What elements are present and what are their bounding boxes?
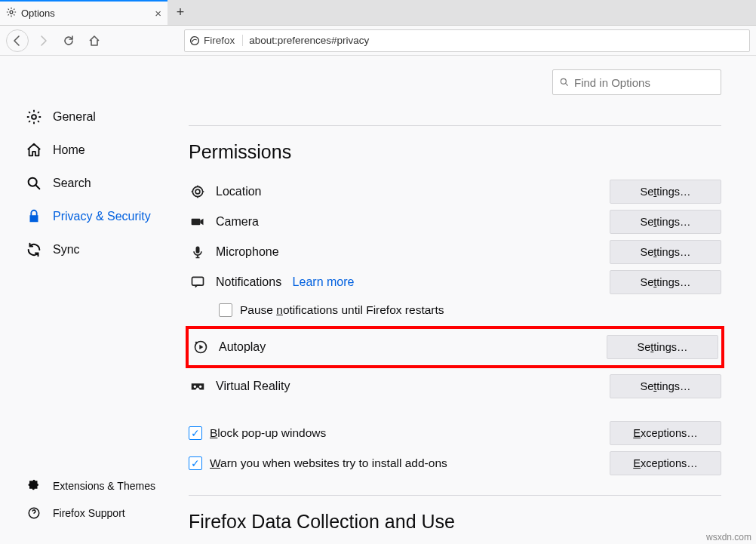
- sidebar-item-home[interactable]: Home: [24, 134, 172, 166]
- svg-point-5: [561, 78, 566, 84]
- permission-row-vr: Virtual Reality Settings…: [189, 371, 721, 401]
- permission-row-camera: Camera Settings…: [189, 207, 721, 237]
- notifications-learn-more-link[interactable]: Learn more: [293, 275, 355, 288]
- sync-icon: [24, 241, 44, 258]
- sidebar-item-label: General: [53, 110, 96, 124]
- home-button-toolbar[interactable]: [83, 29, 106, 52]
- permission-row-notifications: Notifications Learn more Settings…: [189, 267, 721, 297]
- sidebar-item-support[interactable]: Firefox Support: [24, 500, 172, 526]
- lock-icon: [24, 208, 44, 225]
- preferences-page: General Home Search Privacy & Security S…: [0, 56, 756, 544]
- divider: [189, 495, 721, 496]
- new-tab-button[interactable]: +: [167, 0, 193, 25]
- notifications-icon: [189, 275, 207, 290]
- pause-notifications-checkbox[interactable]: [219, 303, 232, 317]
- puzzle-icon: [24, 479, 44, 493]
- location-icon: [189, 184, 207, 199]
- svg-rect-8: [192, 219, 201, 225]
- nav-toolbar: Firefox about:preferences#privacy: [0, 26, 756, 56]
- sidebar-item-label: Firefox Support: [53, 507, 125, 519]
- camera-icon: [189, 214, 207, 229]
- tab-close-button[interactable]: ×: [155, 7, 161, 20]
- sidebar-item-general[interactable]: General: [24, 101, 172, 133]
- home-icon: [24, 142, 44, 158]
- svg-point-2: [32, 115, 36, 119]
- svg-point-1: [191, 36, 199, 45]
- gear-icon: [24, 109, 44, 125]
- find-placeholder: Find in Options: [574, 76, 650, 89]
- content-area: Find in Options Permissions Location Set…: [181, 56, 756, 544]
- autoplay-settings-button[interactable]: Settings…: [607, 335, 718, 359]
- block-popups-row: Block pop-up windows Exceptions…: [189, 418, 721, 448]
- permissions-heading: Permissions: [189, 141, 721, 163]
- permission-label: Microphone: [216, 245, 601, 259]
- notifications-settings-button[interactable]: Settings…: [610, 270, 721, 294]
- pause-notifications-row: Pause notifications until Firefox restar…: [219, 297, 721, 323]
- back-button[interactable]: [6, 29, 29, 52]
- microphone-icon: [189, 244, 207, 260]
- watermark: wsxdn.com: [706, 532, 751, 542]
- find-in-options[interactable]: Find in Options: [552, 69, 721, 95]
- divider: [189, 125, 721, 126]
- reload-button[interactable]: [57, 29, 80, 52]
- sidebar-item-label: Extensions & Themes: [53, 480, 155, 492]
- permission-label: Location: [216, 185, 601, 198]
- permission-label: Notifications Learn more: [216, 275, 601, 289]
- sidebar-item-label: Search: [53, 177, 91, 190]
- gear-icon: [6, 7, 17, 20]
- tab-strip: Options × +: [0, 0, 756, 26]
- warn-addons-label: Warn you when websites try to install ad…: [210, 456, 447, 470]
- sidebar-item-label: Sync: [53, 243, 80, 257]
- permission-label: Autoplay: [219, 340, 598, 354]
- warn-addons-row: Warn you when websites try to install ad…: [189, 448, 721, 478]
- url-bar[interactable]: Firefox about:preferences#privacy: [184, 29, 750, 52]
- permission-label: Camera: [216, 215, 601, 229]
- sidebar-item-label: Privacy & Security: [53, 210, 151, 223]
- vr-icon: [189, 378, 207, 395]
- svg-point-6: [195, 189, 200, 194]
- block-popups-checkbox[interactable]: [189, 426, 202, 440]
- permission-label: Virtual Reality: [216, 380, 601, 393]
- svg-point-13: [199, 386, 201, 388]
- warn-addons-checkbox[interactable]: [189, 456, 202, 470]
- permission-row-autoplay: Autoplay Settings…: [192, 329, 718, 365]
- addons-exceptions-button[interactable]: Exceptions…: [610, 451, 721, 475]
- microphone-settings-button[interactable]: Settings…: [610, 240, 721, 264]
- permission-row-microphone: Microphone Settings…: [189, 237, 721, 267]
- svg-point-0: [10, 11, 13, 14]
- svg-rect-10: [192, 277, 204, 285]
- pause-notifications-label: Pause notifications until Firefox restar…: [240, 303, 444, 317]
- svg-rect-9: [196, 247, 200, 254]
- location-settings-button[interactable]: Settings…: [610, 180, 721, 204]
- vr-settings-button[interactable]: Settings…: [610, 374, 721, 398]
- browser-tab-options[interactable]: Options ×: [0, 0, 167, 25]
- camera-settings-button[interactable]: Settings…: [610, 210, 721, 234]
- sidebar-item-label: Home: [53, 143, 85, 157]
- popups-exceptions-button[interactable]: Exceptions…: [610, 421, 721, 445]
- sidebar-item-search[interactable]: Search: [24, 168, 172, 199]
- sidebar-footer: Extensions & Themes Firefox Support: [24, 473, 172, 535]
- firefox-icon: [189, 35, 200, 46]
- identity-label: Firefox: [204, 35, 235, 46]
- sidebar: General Home Search Privacy & Security S…: [0, 56, 181, 544]
- autoplay-icon: [192, 340, 210, 355]
- sidebar-item-privacy[interactable]: Privacy & Security: [24, 201, 172, 232]
- autoplay-highlight: Autoplay Settings…: [186, 326, 724, 368]
- forward-button[interactable]: [32, 29, 54, 52]
- permission-row-location: Location Settings…: [189, 177, 721, 207]
- sidebar-item-extensions[interactable]: Extensions & Themes: [24, 473, 172, 499]
- url-text: about:preferences#privacy: [249, 35, 369, 46]
- block-popups-label: Block pop-up windows: [210, 426, 326, 440]
- svg-point-7: [192, 186, 202, 196]
- data-collection-heading: Firefox Data Collection and Use: [189, 511, 721, 533]
- sidebar-item-sync[interactable]: Sync: [24, 234, 172, 266]
- search-icon: [24, 175, 44, 192]
- svg-point-12: [194, 386, 196, 388]
- search-icon: [559, 77, 570, 88]
- question-icon: [24, 506, 44, 520]
- identity-box[interactable]: Firefox: [189, 35, 243, 46]
- tab-title: Options: [21, 8, 55, 19]
